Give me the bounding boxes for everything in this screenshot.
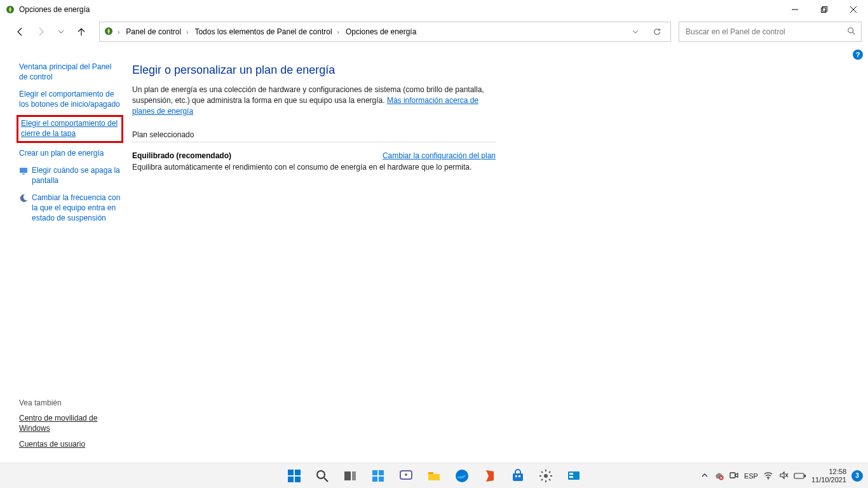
refresh-button[interactable] [648,27,667,36]
svg-rect-3 [823,7,827,11]
notifications-button[interactable]: 3 [851,470,863,482]
volume-icon[interactable] [778,470,789,482]
recent-dropdown[interactable] [52,23,70,41]
svg-rect-25 [428,472,433,474]
maximize-button[interactable] [810,0,839,19]
svg-line-16 [324,478,328,482]
battery-icon[interactable] [794,472,806,480]
chevron-right-icon[interactable]: › [185,29,189,36]
back-button[interactable] [11,23,29,41]
sidebar-link-create[interactable]: Crear un plan de energía [19,149,121,159]
plan-description: Equilibra automáticamente el rendimiento… [132,163,496,172]
titlebar: Opciones de energía [0,0,868,19]
svg-rect-18 [352,471,356,480]
task-view-button[interactable] [337,463,363,489]
plan-row: Equilibrado (recomendado) Cambiar la con… [132,151,496,160]
control-panel-button[interactable] [561,463,587,489]
content-area: Ventana principal del Panel de control E… [0,44,868,463]
chevron-right-icon[interactable]: › [336,29,341,36]
see-also-heading: Vea también [19,398,121,407]
wifi-icon[interactable] [763,470,773,482]
svg-rect-14 [295,477,301,482]
breadcrumb-item[interactable]: Opciones de energía [343,26,419,37]
svg-rect-17 [344,471,351,480]
app-icon [5,4,15,15]
svg-rect-22 [379,477,384,482]
svg-rect-29 [519,475,520,477]
sidebar-link-sleep[interactable]: Cambiar la frecuencia con la que el equi… [32,193,121,223]
forward-button[interactable] [32,23,50,41]
svg-rect-20 [379,470,384,475]
svg-rect-21 [372,477,377,482]
svg-rect-31 [568,471,580,480]
start-button[interactable] [281,463,307,489]
meet-now-icon[interactable] [729,470,739,482]
svg-rect-27 [513,473,523,481]
settings-button[interactable] [533,463,559,489]
language-indicator[interactable]: ESP [744,472,758,480]
window-title: Opciones de energía [19,5,90,14]
edge-button[interactable] [449,463,475,489]
svg-rect-13 [288,477,294,482]
clock-date: 11/10/2021 [811,476,846,484]
plan-name: Equilibrado (recomendado) [132,151,231,160]
svg-point-26 [456,470,468,482]
page-title: Elegir o personalizar un plan de energía [132,64,496,77]
search-box[interactable] [679,22,862,42]
store-button[interactable] [505,463,531,489]
taskbar-search-button[interactable] [309,463,335,489]
sidebar-link-display-off[interactable]: Elegir cuándo se apaga la pantalla [32,166,121,186]
svg-point-15 [317,471,325,478]
see-also-accounts[interactable]: Cuentas de usuario [19,440,121,450]
explorer-button[interactable] [421,463,447,489]
onedrive-icon[interactable] [714,470,724,482]
widgets-button[interactable] [365,463,391,489]
svg-rect-41 [794,473,804,478]
svg-rect-11 [288,470,294,475]
svg-point-7 [848,27,853,32]
chat-button[interactable] [393,463,419,489]
navbar: › Panel de control› Todos los elementos … [0,19,868,44]
address-bar[interactable]: › Panel de control› Todos los elementos … [99,22,671,42]
main-panel: Elegir o personalizar un plan de energía… [127,50,508,463]
taskbar: ESP 12:58 11/10/2021 3 [0,463,868,488]
clock-time: 12:58 [811,468,846,476]
breadcrumb-item[interactable]: Panel de control [123,26,184,37]
svg-point-30 [544,474,548,478]
see-also-mobility[interactable]: Centro de movilidad de Windows [19,414,121,433]
svg-rect-28 [515,475,517,477]
svg-rect-37 [730,473,735,478]
taskbar-center [281,463,587,489]
minimize-button[interactable] [780,0,810,19]
close-button[interactable] [839,0,868,19]
svg-line-8 [853,32,855,34]
svg-rect-19 [372,470,377,475]
sidebar-link-main[interactable]: Ventana principal del Panel de control [19,62,121,82]
breadcrumb-item[interactable]: Todos los elementos de Panel de control [192,26,334,37]
office-button[interactable] [477,463,503,489]
svg-point-24 [405,473,407,476]
search-icon[interactable] [847,27,856,37]
up-button[interactable] [72,23,90,41]
plan-settings-link[interactable]: Cambiar la configuración del plan [383,151,496,160]
system-tray: ESP 12:58 11/10/2021 3 [701,468,868,484]
page-description: Un plan de energía es una colección de h… [132,85,496,116]
address-dropdown[interactable] [626,29,645,35]
moon-icon [19,194,28,203]
svg-rect-9 [20,168,27,173]
svg-rect-2 [822,8,826,13]
sidebar-link-lid[interactable]: Elegir el comportamiento del cierre de l… [21,119,119,139]
svg-rect-33 [569,476,573,478]
svg-rect-10 [22,173,25,175]
control-panel-icon [104,26,114,38]
monitor-icon [19,166,28,175]
chevron-right-icon[interactable]: › [116,29,121,36]
sidebar: Ventana principal del Panel de control E… [0,50,127,463]
sidebar-link-buttons[interactable]: Elegir el comportamiento de los botones … [19,90,121,109]
section-selected-plan: Plan seleccionado [132,130,496,142]
search-input[interactable] [684,27,847,37]
clock[interactable]: 12:58 11/10/2021 [811,468,846,484]
svg-rect-42 [804,475,806,477]
help-icon[interactable]: ? [853,50,863,60]
tray-overflow-icon[interactable] [701,471,709,480]
